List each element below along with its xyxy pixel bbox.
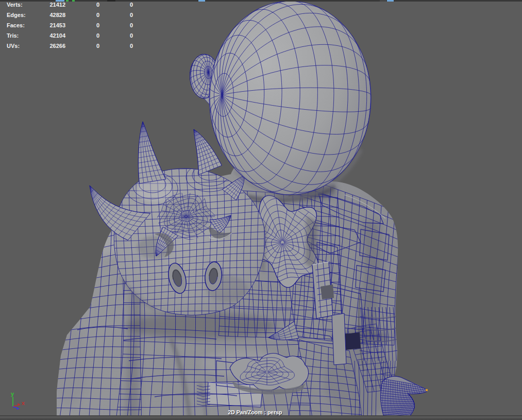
- svg-text:0: 0: [96, 2, 99, 8]
- svg-text:0: 0: [130, 12, 133, 18]
- svg-text:Verts:: Verts:: [7, 2, 23, 8]
- svg-text:2D Pan/Zoom : persp: 2D Pan/Zoom : persp: [228, 409, 282, 415]
- svg-text:21412: 21412: [49, 2, 65, 8]
- svg-text:Tris:: Tris:: [7, 32, 19, 39]
- svg-text:0: 0: [96, 22, 99, 28]
- svg-text:26266: 26266: [49, 43, 65, 49]
- svg-text:0: 0: [130, 32, 133, 39]
- svg-text:Faces:: Faces:: [7, 22, 25, 28]
- svg-text:21453: 21453: [49, 22, 65, 28]
- svg-text:Edges:: Edges:: [7, 12, 26, 18]
- svg-text:42828: 42828: [49, 12, 65, 18]
- svg-text:0: 0: [96, 32, 99, 39]
- svg-text:42104: 42104: [49, 32, 65, 39]
- svg-text:y: y: [11, 391, 14, 397]
- svg-text:0: 0: [130, 43, 133, 49]
- svg-text:x: x: [22, 400, 25, 406]
- svg-text:UVs:: UVs:: [7, 43, 20, 49]
- svg-text:0: 0: [130, 2, 133, 8]
- svg-text:0: 0: [130, 22, 133, 28]
- svg-text:0: 0: [96, 43, 99, 49]
- svg-text:0: 0: [96, 12, 99, 18]
